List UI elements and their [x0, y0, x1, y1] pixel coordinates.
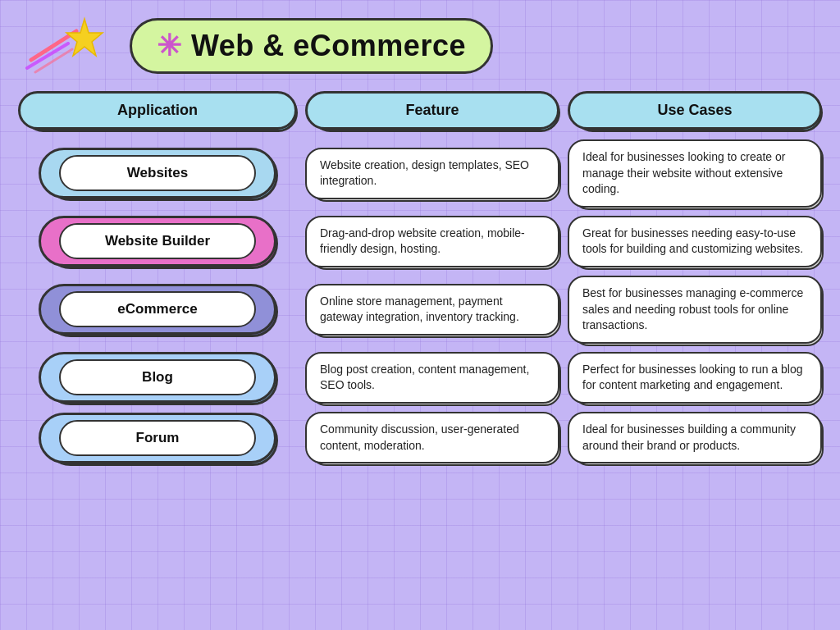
- app-pill-outer: Forum: [39, 413, 276, 463]
- app-label-website-builder: Website Builder: [59, 223, 256, 259]
- app-label-websites: Websites: [59, 155, 256, 191]
- use-case-ecommerce: Best for businesses managing e-commerce …: [568, 276, 822, 344]
- feature-forum: Community discussion, user-generated con…: [305, 412, 559, 463]
- app-pill-outer: eCommerce: [39, 284, 276, 335]
- app-label-blog: Blog: [59, 359, 256, 395]
- table: Application Feature Use Cases Websites W…: [15, 91, 825, 622]
- feature-blog: Blog post creation, content management, …: [305, 352, 559, 404]
- app-cell-blog: Blog: [18, 352, 297, 403]
- table-row: Blog Blog post creation, content managem…: [15, 352, 825, 404]
- page-container: ✳ Web & eCommerce Application Feature Us…: [0, 0, 840, 630]
- col-use-cases: Use Cases: [568, 91, 822, 130]
- app-cell-website-builder: Website Builder: [18, 216, 297, 267]
- col-feature: Feature: [305, 91, 559, 130]
- feature-website-builder: Drag-and-drop website creation, mobile-f…: [305, 216, 559, 267]
- app-cell-websites: Websites: [18, 148, 297, 199]
- page-title: Web & eCommerce: [191, 29, 466, 63]
- shooting-star-icon: [23, 15, 113, 76]
- table-body: Websites Website creation, design templa…: [15, 139, 825, 463]
- table-row: eCommerce Online store management, payme…: [15, 276, 825, 344]
- table-row: Website Builder Drag-and-drop website cr…: [15, 216, 825, 267]
- asterisk-icon: ✳: [157, 31, 181, 61]
- use-case-blog: Perfect for businesses looking to run a …: [568, 352, 822, 404]
- header: ✳ Web & eCommerce: [15, 15, 825, 76]
- feature-websites: Website creation, design templates, SEO …: [305, 148, 559, 199]
- feature-ecommerce: Online store management, payment gateway…: [305, 284, 559, 336]
- app-pill-outer: Website Builder: [39, 216, 276, 267]
- table-row: Forum Community discussion, user-generat…: [15, 412, 825, 463]
- table-header-row: Application Feature Use Cases: [15, 91, 825, 130]
- col-application: Application: [18, 91, 297, 130]
- title-pill: ✳ Web & eCommerce: [130, 18, 493, 74]
- app-cell-forum: Forum: [18, 413, 297, 463]
- use-case-websites: Ideal for businesses looking to create o…: [568, 139, 822, 208]
- use-case-forum: Ideal for businesses building a communit…: [568, 412, 822, 463]
- app-pill-outer: Websites: [39, 148, 276, 199]
- app-pill-outer: Blog: [39, 352, 276, 403]
- table-row: Websites Website creation, design templa…: [15, 139, 825, 208]
- use-case-website-builder: Great for businesses needing easy-to-use…: [568, 216, 822, 267]
- app-label-ecommerce: eCommerce: [59, 291, 256, 327]
- app-cell-ecommerce: eCommerce: [18, 284, 297, 335]
- app-label-forum: Forum: [59, 420, 256, 456]
